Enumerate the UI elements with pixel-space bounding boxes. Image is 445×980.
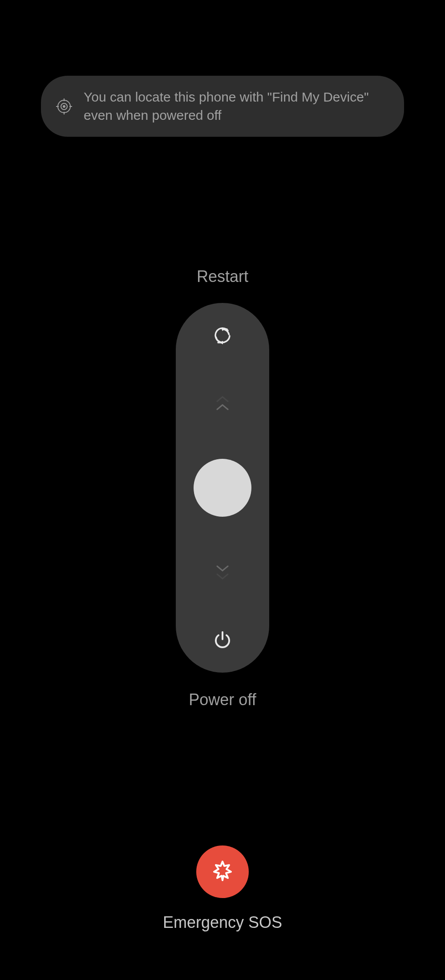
restart-label: Restart bbox=[0, 267, 445, 286]
find-my-device-text: You can locate this phone with "Find My … bbox=[84, 88, 386, 124]
power-icon bbox=[212, 629, 233, 650]
chevron-up-indicator bbox=[215, 395, 230, 410]
emergency-sos-label: Emergency SOS bbox=[0, 913, 445, 932]
emergency-sos-icon bbox=[210, 858, 235, 886]
svg-point-2 bbox=[63, 106, 65, 107]
restart-icon bbox=[212, 325, 233, 347]
power-slider-track[interactable] bbox=[176, 303, 269, 673]
chevron-down-indicator bbox=[215, 565, 230, 580]
find-my-device-banner[interactable]: You can locate this phone with "Find My … bbox=[41, 76, 404, 137]
emergency-sos-button[interactable] bbox=[196, 845, 249, 898]
locate-icon bbox=[54, 97, 74, 116]
power-slider-thumb[interactable] bbox=[194, 459, 251, 517]
power-off-label: Power off bbox=[0, 690, 445, 709]
